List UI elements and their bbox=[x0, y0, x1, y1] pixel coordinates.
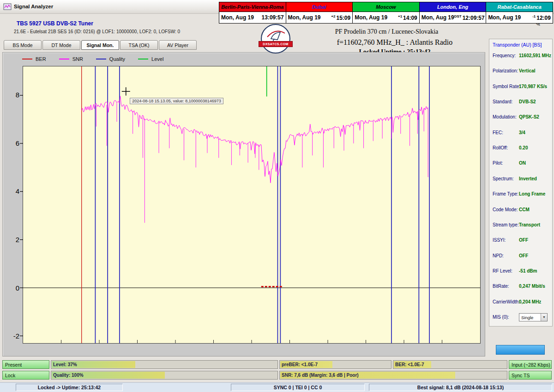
transponder-row-spectrum: Spectrum:Inverted bbox=[489, 176, 552, 185]
signal-plot-svg bbox=[23, 66, 480, 343]
transponder-label: Polarization: bbox=[493, 68, 518, 73]
mis-value: Single bbox=[521, 315, 533, 320]
transponder-label: NPD: bbox=[493, 253, 504, 258]
clock-utc-offset: +1 bbox=[398, 14, 402, 18]
transponder-label: CarrierWidth: bbox=[493, 299, 520, 304]
y-axis-label: 8 bbox=[4, 91, 19, 99]
progress-label: SNR: 7,6 dB (Margin: 3,6 dB | Poor) bbox=[282, 373, 359, 378]
clock-dubai: DubaiMon, Aug 19+215:09 bbox=[286, 2, 353, 23]
status-bar: Locked -> Uptime: 25:13:42SYNC 0 | TEI 0… bbox=[0, 382, 554, 392]
clock-time-value: +215:09 bbox=[331, 14, 350, 21]
clock-time-value: 13:09:57 bbox=[262, 14, 284, 21]
tab-bar: BS ModeDT ModeSignal Mon.TSA (OK)AV Play… bbox=[4, 40, 197, 50]
status-row-2: LockQuality: 100%SNR: 7,6 dB (Margin: 3,… bbox=[2, 371, 552, 380]
status-flag-input-282-kbps: Input (~282 Kbps) bbox=[509, 360, 552, 369]
transponder-value: 0,247 Mbit/s bbox=[519, 284, 545, 289]
y-axis-label: 6 bbox=[4, 139, 19, 147]
transponder-row-standard: Standard:DVB-S2 bbox=[489, 99, 552, 108]
transponder-row-code-mode: Code Mode:CCM bbox=[489, 207, 552, 216]
clock-rabat-casablanca: Rabat-CasablancaMon, Aug 19-112:09 bbox=[486, 2, 553, 23]
transponder-value: QPSK-S2 bbox=[519, 114, 539, 119]
window-title: Signal Analyzer bbox=[14, 4, 53, 9]
legend-item-ber: BER bbox=[22, 56, 46, 62]
status-flag-lock: Lock bbox=[2, 371, 49, 380]
clock-time-value: -112:09 bbox=[532, 14, 551, 21]
clock-time: Mon, Aug 19+215:09 bbox=[286, 12, 353, 23]
clock-time: Mon, Aug 19DST12:09:57 bbox=[420, 12, 486, 23]
clock-date: Mon, Aug 19 bbox=[355, 14, 387, 21]
transponder-value: 0.20 bbox=[519, 145, 528, 150]
plot-area[interactable]: 2024-08-18 15.13.05, value: 8,1000003814… bbox=[23, 66, 481, 344]
transponder-value: OFF bbox=[519, 253, 528, 258]
transponder-value: CCM bbox=[519, 207, 530, 212]
transponder-row-symbol-rate: Symbol Rate:170,987 KS/s bbox=[489, 84, 552, 93]
progress-label: preBER: <1.0E-7 bbox=[282, 362, 318, 367]
transponder-label: ISSYI: bbox=[493, 238, 506, 243]
frequency-station-text: f=11602,760 MHz_H_ : Atlantis Radio bbox=[277, 38, 512, 47]
chart-panel: BERSNRQualityLevel 2024-08-18 15.13.05, … bbox=[2, 52, 485, 356]
clock-time: Mon, Aug 1913:09:57 bbox=[219, 12, 286, 23]
transponder-value: Vertical bbox=[519, 68, 536, 73]
tuner-name: TBS 5927 USB DVB-S2 Tuner bbox=[17, 20, 93, 27]
clock-date: Mon, Aug 19 bbox=[288, 14, 321, 21]
transponder-row-pilot: Pilot:ON bbox=[489, 160, 552, 170]
mis-select[interactable]: Single ▼ bbox=[519, 313, 548, 321]
transponder-title: Transponder (AU) [BS] bbox=[493, 42, 542, 48]
clock-utc-offset: DST bbox=[454, 14, 462, 18]
chart-legend: BERSNRQualityLevel bbox=[22, 55, 163, 63]
clock-time: Mon, Aug 19-112:09 bbox=[486, 12, 553, 23]
logo-circle bbox=[261, 24, 290, 53]
clock-london-eng: London, EngMon, Aug 19DST12:09:57 bbox=[419, 2, 486, 23]
transponder-value: 11602,591 MHz bbox=[519, 53, 551, 58]
statusbar-segment-1: Locked -> Uptime: 25:13:42 bbox=[16, 384, 123, 391]
clock-city-label: Berlin-Paris-Vienna-Roma bbox=[219, 2, 286, 12]
transponder-value: Inverted bbox=[519, 176, 537, 181]
clock-city-label: Moscow bbox=[353, 2, 419, 12]
transponder-value: DVB-S2 bbox=[519, 99, 536, 104]
transponder-label: Pilot: bbox=[493, 160, 503, 166]
transponder-label: Modulation: bbox=[493, 114, 517, 119]
status-progressbar-level: Level: 37% bbox=[51, 360, 278, 369]
tuner-detail: 21.6E - Eutelsat 21B SES 16 (ID: 0216) @… bbox=[14, 29, 180, 34]
transponder-label: Code Mode: bbox=[493, 207, 518, 212]
logo-ribbon: DXSATCS.COM bbox=[259, 41, 293, 47]
transponder-label: FEC: bbox=[493, 130, 503, 135]
status-progressbar-preber: preBER: <1.0E-7 bbox=[279, 360, 391, 369]
dxsatcs-logo: DXSATCS.COM bbox=[261, 24, 290, 53]
clock-utc-offset: +2 bbox=[331, 14, 335, 18]
transponder-row-rolloff: RollOff:0.20 bbox=[489, 145, 552, 154]
progress-label: Level: 37% bbox=[53, 362, 77, 367]
tab-dt-mode[interactable]: DT Mode bbox=[42, 40, 80, 50]
transponder-value: 0,204 MHz bbox=[519, 299, 541, 304]
clock-city-label: London, Eng bbox=[420, 2, 486, 12]
transponder-row-frequency: Frequency:11602,591 MHz bbox=[489, 53, 552, 62]
tab-tsa-ok[interactable]: TSA (OK) bbox=[120, 40, 158, 50]
tab-signal-mon[interactable]: Signal Mon. bbox=[81, 40, 119, 50]
mis-label: MIS (0): bbox=[493, 315, 509, 320]
transponder-label: Symbol Rate: bbox=[493, 84, 520, 89]
transponder-value: ON bbox=[519, 160, 526, 166]
transponder-action-button[interactable] bbox=[496, 345, 545, 355]
transponder-value: 170,987 KS/s bbox=[519, 84, 547, 89]
clock-date: Mon, Aug 19 bbox=[221, 14, 254, 21]
transponder-panel: Transponder (AU) [BS] Frequency:11602,59… bbox=[489, 39, 553, 327]
transponder-row-bitrate: BitRate:0,247 Mbit/s bbox=[489, 284, 552, 293]
transponder-row-issyi: ISSYI:OFF bbox=[489, 238, 552, 247]
transponder-row-fec: FEC:3/4 bbox=[489, 130, 552, 139]
legend-item-snr: SNR bbox=[59, 56, 83, 62]
legend-label: Quality bbox=[109, 56, 125, 62]
clock-utc-offset: -1 bbox=[532, 14, 536, 18]
transponder-label: Stream type: bbox=[493, 222, 519, 227]
status-flag-sync-ts: Sync TS bbox=[509, 371, 552, 380]
chart-tooltip: 2024-08-18 15.13.05, value: 8,1000003814… bbox=[130, 98, 223, 104]
world-clocks: Berlin-Paris-Vienna-RomaMon, Aug 1913:09… bbox=[219, 2, 553, 24]
legend-swatch bbox=[138, 59, 148, 59]
chevron-down-icon: ▼ bbox=[541, 314, 547, 321]
tab-bs-mode[interactable]: BS Mode bbox=[4, 40, 42, 50]
clock-date: Mon, Aug 19 bbox=[422, 14, 454, 21]
tab-av-player[interactable]: AV Player bbox=[159, 40, 197, 50]
mis-row: MIS (0): Single ▼ bbox=[489, 315, 552, 324]
legend-swatch bbox=[22, 59, 32, 59]
clock-date: Mon, Aug 19 bbox=[488, 14, 521, 21]
app-icon bbox=[3, 3, 12, 11]
